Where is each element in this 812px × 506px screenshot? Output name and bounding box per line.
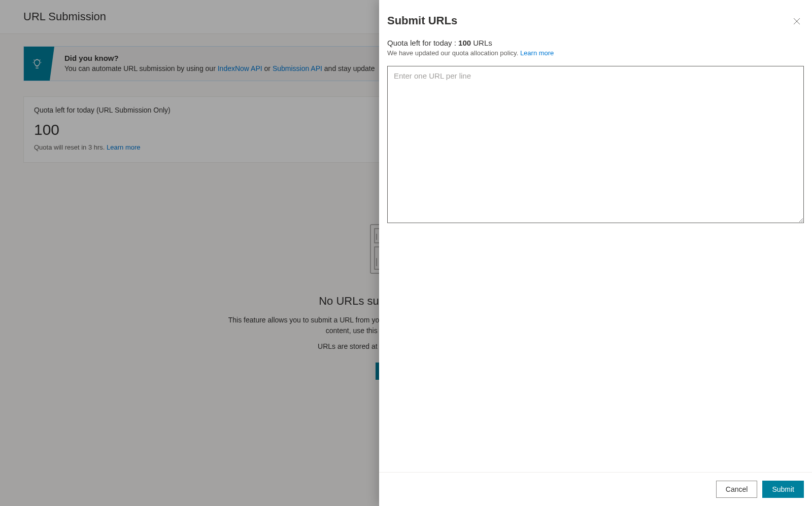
urls-textarea[interactable]: [387, 66, 804, 223]
panel-title: Submit URLs: [387, 14, 457, 27]
cancel-button[interactable]: Cancel: [716, 481, 758, 498]
close-icon[interactable]: [790, 14, 804, 28]
panel-footer: Cancel Submit: [379, 472, 812, 506]
submit-button[interactable]: Submit: [762, 481, 804, 498]
panel-policy-text: We have updated our quota allocation pol…: [387, 49, 520, 57]
panel-quota-post: URLs: [471, 39, 492, 47]
panel-quota-number: 100: [458, 39, 471, 47]
panel-quota-pre: Quota left for today :: [387, 39, 458, 47]
panel-policy-line: We have updated our quota allocation pol…: [387, 49, 804, 57]
panel-quota-line: Quota left for today : 100 URLs: [387, 39, 804, 47]
policy-learn-more-link[interactable]: Learn more: [520, 49, 554, 57]
submit-urls-panel: Submit URLs Quota left for today : 100 U…: [379, 0, 812, 506]
